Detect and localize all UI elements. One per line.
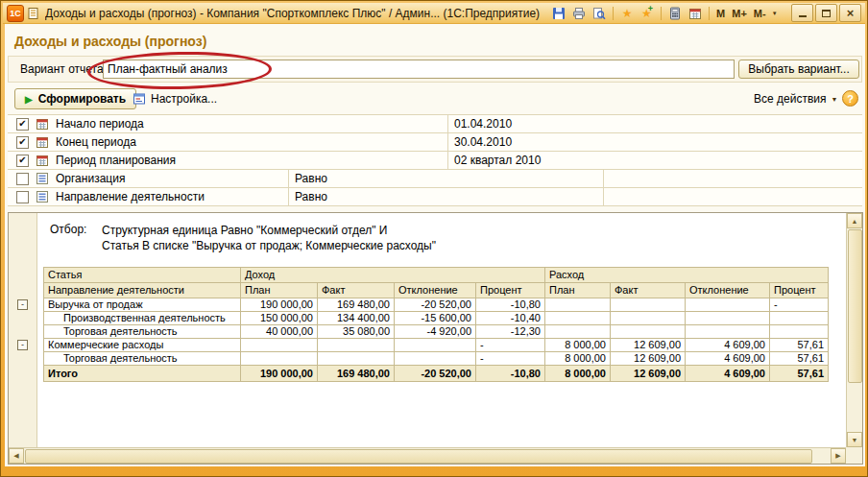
favorites-button[interactable]: ★ (617, 5, 637, 22)
table-cell[interactable] (241, 339, 318, 352)
table-cell[interactable]: 57,61 (770, 339, 829, 352)
memory-dropdown-button[interactable]: ▼ (770, 5, 780, 22)
scroll-left-button[interactable]: ◀ (9, 448, 24, 464)
table-cell[interactable]: 150 000,00 (241, 312, 318, 325)
save-button[interactable] (549, 5, 568, 22)
table-cell[interactable]: 169 480,00 (318, 298, 395, 312)
table-cell[interactable]: 4 609,00 (686, 339, 770, 352)
print-preview-icon (592, 7, 606, 20)
horizontal-scrollbar-thumb[interactable] (25, 449, 812, 464)
table-cell[interactable] (770, 325, 829, 339)
choose-variant-button[interactable]: Выбрать вариант... (738, 60, 859, 79)
table-cell[interactable]: - (770, 298, 829, 312)
all-actions-button[interactable]: Все действия▼ (754, 90, 837, 107)
calculator-button[interactable] (665, 5, 685, 22)
scroll-down-button[interactable]: ▼ (847, 432, 862, 447)
param-value[interactable]: 01.04.2010 (448, 117, 862, 131)
horizontal-scrollbar[interactable]: ◀ ▶ (9, 447, 846, 464)
titlebar[interactable]: 1С Доходы и расходы (прогноз) - Компания… (3, 3, 865, 24)
scroll-right-button[interactable]: ▶ (831, 448, 846, 464)
param-checkbox[interactable] (16, 191, 29, 203)
param-checkbox[interactable] (16, 173, 29, 185)
memory-m-button[interactable]: M (713, 5, 728, 22)
table-cell[interactable] (318, 339, 395, 352)
table-cell[interactable]: -10,80 (476, 298, 545, 312)
param-comparison[interactable]: Равно (289, 188, 604, 205)
close-button[interactable]: × (839, 4, 861, 22)
table-cell[interactable]: 4 609,00 (686, 352, 770, 366)
table-cell[interactable]: 8 000,00 (545, 352, 611, 366)
param-comparison[interactable]: Равно (289, 170, 604, 187)
help-button[interactable]: ? (842, 90, 858, 107)
vertical-scrollbar-thumb[interactable] (848, 229, 862, 383)
memory-m-minus-button[interactable]: M- (751, 5, 769, 22)
table-row-label[interactable]: Торговая деятельность (44, 325, 241, 339)
table-cell[interactable] (395, 352, 476, 366)
param-label: Организация (56, 172, 125, 185)
table-cell[interactable] (611, 325, 686, 339)
param-checkbox[interactable]: ✔ (16, 155, 29, 167)
table-row-label[interactable]: Итого (44, 366, 241, 382)
print-preview-button[interactable] (590, 5, 609, 22)
table-row-label[interactable]: Коммерческие расходы (44, 339, 241, 352)
table-cell[interactable]: 4 609,00 (686, 366, 770, 382)
table-cell[interactable]: 57,61 (770, 366, 829, 382)
table-cell[interactable]: - (476, 352, 545, 366)
scroll-up-button[interactable]: ▲ (847, 213, 862, 228)
table-cell[interactable]: 134 400,00 (318, 312, 395, 325)
param-checkbox[interactable]: ✔ (16, 118, 29, 131)
table-cell[interactable]: -20 520,00 (395, 366, 476, 382)
table-cell[interactable]: 35 080,00 (318, 325, 395, 339)
table-cell[interactable]: -10,80 (476, 366, 545, 382)
table-cell[interactable]: 12 609,00 (611, 352, 686, 366)
table-cell[interactable]: - (476, 339, 545, 352)
filter-line: Статья В списке "Выручка от продаж; Комм… (102, 238, 436, 253)
table-cell[interactable] (611, 298, 686, 312)
table-cell[interactable] (395, 339, 476, 352)
minimize-button[interactable] (791, 4, 813, 22)
maximize-button[interactable] (815, 4, 837, 22)
table-cell[interactable] (241, 352, 318, 366)
param-label: Начало периода (56, 117, 144, 131)
table-cell[interactable] (545, 298, 611, 312)
calendar-button[interactable] (686, 5, 705, 22)
table-cell[interactable]: -12,30 (476, 325, 545, 339)
table-cell[interactable]: 12 609,00 (611, 366, 686, 382)
add-to-favorites-button[interactable]: ★+ (638, 5, 657, 22)
collapse-group-button[interactable]: - (17, 340, 28, 350)
table-cell[interactable]: 190 000,00 (241, 366, 318, 382)
table-cell[interactable] (611, 312, 686, 325)
param-value[interactable]: 02 квартал 2010 (448, 154, 862, 167)
table-cell[interactable] (545, 325, 611, 339)
param-value[interactable]: 30.04.2010 (448, 135, 862, 149)
table-cell[interactable] (318, 352, 395, 366)
vertical-scrollbar[interactable]: ▲ ▼ (846, 213, 862, 447)
table-cell[interactable] (545, 312, 611, 325)
table-cell[interactable]: 40 000,00 (241, 325, 318, 339)
table-cell[interactable]: 190 000,00 (241, 298, 318, 312)
table-cell[interactable]: 8 000,00 (545, 339, 611, 352)
table-row-label[interactable]: Торговая деятельность (44, 352, 241, 366)
table-cell[interactable] (686, 325, 770, 339)
table-cell[interactable]: 57,61 (770, 352, 829, 366)
table-cell[interactable]: 8 000,00 (545, 366, 611, 382)
table-row-label[interactable]: Выручка от продаж (44, 298, 241, 312)
table-cell[interactable]: 169 480,00 (318, 366, 395, 382)
table-cell[interactable] (686, 312, 770, 325)
table-cell[interactable]: 12 609,00 (611, 339, 686, 352)
param-checkbox[interactable]: ✔ (16, 136, 29, 149)
table-cell[interactable]: -4 920,00 (395, 325, 476, 339)
table-row-label[interactable]: Производственная деятельность (44, 312, 241, 325)
table-cell[interactable]: -10,40 (476, 312, 545, 325)
table-cell[interactable] (686, 298, 770, 312)
table-cell[interactable] (770, 312, 829, 325)
settings-button[interactable]: Настройка... (133, 88, 217, 109)
param-row: Организация Равно (8, 170, 862, 188)
report-variant-input[interactable] (103, 60, 735, 79)
table-cell[interactable]: -15 600,00 (395, 312, 476, 325)
collapse-group-button[interactable]: - (17, 299, 28, 310)
memory-m-plus-button[interactable]: M+ (729, 5, 750, 22)
generate-button[interactable]: ▶Сформировать (14, 88, 136, 109)
table-cell[interactable]: -20 520,00 (395, 298, 476, 312)
print-button[interactable] (569, 5, 589, 22)
